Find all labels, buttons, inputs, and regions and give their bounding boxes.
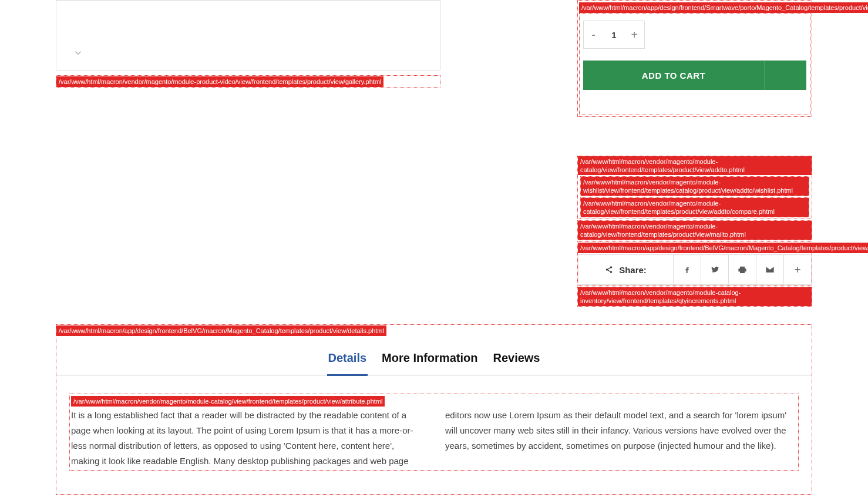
template-hint: /var/www/html/macron/vendor/magento/modu… xyxy=(578,221,812,240)
share-facebook-icon[interactable] xyxy=(673,255,701,284)
quantity-stepper: - 1 + xyxy=(583,21,645,49)
share-twitter-icon[interactable] xyxy=(701,255,728,284)
share-print-icon[interactable] xyxy=(728,255,756,284)
svg-point-2 xyxy=(610,271,613,273)
svg-point-1 xyxy=(606,268,608,271)
tab-details[interactable]: Details xyxy=(327,347,368,376)
thumbnail-next-icon[interactable] xyxy=(73,48,83,61)
template-hint: /var/www/html/macron/vendor/magento/modu… xyxy=(578,287,812,306)
template-hint: /var/www/html/macron/app/design/frontend… xyxy=(56,325,386,336)
share-icon xyxy=(605,266,613,274)
share-label: Share: xyxy=(578,255,673,284)
product-gallery[interactable] xyxy=(56,0,440,70)
template-hint: /var/www/html/macron/app/design/frontend… xyxy=(579,2,868,13)
template-hint: /var/www/html/macron/vendor/magento/modu… xyxy=(581,198,809,217)
template-hint: /var/www/html/macron/app/design/frontend… xyxy=(578,243,868,253)
share-label-text: Share: xyxy=(619,265,647,275)
product-tabs: Details More Information Reviews xyxy=(56,336,812,376)
tab-reviews[interactable]: Reviews xyxy=(492,347,541,375)
share-email-icon[interactable] xyxy=(756,255,783,284)
share-more-icon[interactable] xyxy=(783,255,811,284)
add-to-cart-dropdown[interactable] xyxy=(764,61,806,90)
qty-decrease-button[interactable]: - xyxy=(584,21,603,48)
template-hint: /var/www/html/macron/vendor/magento/modu… xyxy=(56,76,383,87)
tab-more-information[interactable]: More Information xyxy=(381,347,479,375)
share-bar: Share: xyxy=(578,254,812,285)
template-hint: /var/www/html/macron/vendor/magento/modu… xyxy=(71,396,385,407)
template-hint: /var/www/html/macron/vendor/magento/modu… xyxy=(581,177,809,196)
qty-value[interactable]: 1 xyxy=(603,21,624,48)
template-hint: /var/www/html/macron/vendor/magento/modu… xyxy=(578,156,812,175)
qty-increase-button[interactable]: + xyxy=(625,21,644,48)
product-description: It is a long established fact that a rea… xyxy=(71,408,797,469)
svg-point-0 xyxy=(610,266,613,268)
product-image xyxy=(174,0,338,30)
add-to-cart-button[interactable]: ADD TO CART xyxy=(583,61,764,90)
